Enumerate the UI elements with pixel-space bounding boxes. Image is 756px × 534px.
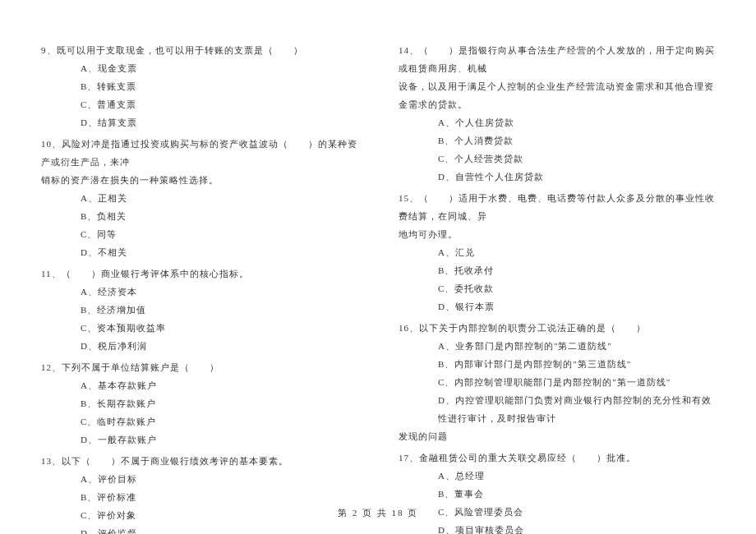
option-a: A、个人住房贷款: [399, 113, 715, 131]
option-a: A、现金支票: [41, 59, 357, 77]
option-a: A、评价目标: [41, 470, 357, 488]
question-17: 17、金融租赁公司的重大关联交易应经（ ）批准。 A、总经理 B、董事会 C、风…: [399, 449, 715, 534]
option-a: A、业务部门是内部控制的"第二道防线": [399, 337, 715, 355]
option-d: D、一般存款账户: [41, 430, 357, 449]
question-stem: 16、以下关于内部控制的职责分工说法正确的是（ ）: [399, 319, 715, 337]
option-c: C、临时存款账户: [41, 412, 357, 430]
option-d: D、评价监督: [41, 524, 357, 534]
question-stem: 10、风险对冲是指通过投资或购买与标的资产收益波动（ ）的某种资产或衍生产品，来…: [41, 135, 357, 171]
document-content: 9、既可以用于支取现金，也可以用于转账的支票是（ ） A、现金支票 B、转账支票…: [41, 41, 715, 534]
option-c: C、内部控制管理职能部门是内部控制的"第一道防线": [399, 373, 715, 391]
option-d: D、内控管理职能部门负责对商业银行内部控制的充分性和有效性进行审计，及时报告审计: [399, 391, 715, 427]
option-c: C、同等: [41, 225, 357, 243]
option-a: A、基本存款账户: [41, 376, 357, 394]
option-d: D、自营性个人住房贷款: [399, 168, 715, 186]
left-column: 9、既可以用于支取现金，也可以用于转账的支票是（ ） A、现金支票 B、转账支票…: [41, 41, 357, 534]
right-column: 14、（ ）是指银行向从事合法生产经营的个人发放的，用于定向购买或租赁商用房、机…: [399, 41, 715, 534]
option-b: B、长期存款账户: [41, 394, 357, 412]
question-9: 9、既可以用于支取现金，也可以用于转账的支票是（ ） A、现金支票 B、转账支票…: [41, 41, 357, 131]
question-14: 14、（ ）是指银行向从事合法生产经营的个人发放的，用于定向购买或租赁商用房、机…: [399, 41, 715, 186]
option-c: C、个人经营类贷款: [399, 150, 715, 168]
option-b: B、经济增加值: [41, 301, 357, 319]
option-b: B、个人消费贷款: [399, 131, 715, 150]
question-16: 16、以下关于内部控制的职责分工说法正确的是（ ） A、业务部门是内部控制的"第…: [399, 319, 715, 445]
question-stem-cont: 地均可办理。: [399, 225, 715, 243]
option-c: C、普通支票: [41, 95, 357, 113]
option-d: D、银行本票: [399, 297, 715, 315]
option-b: B、转账支票: [41, 77, 357, 95]
question-stem: 12、下列不属于单位结算账户是（ ）: [41, 358, 357, 376]
option-a: A、汇兑: [399, 243, 715, 261]
question-stem: 17、金融租赁公司的重大关联交易应经（ ）批准。: [399, 449, 715, 467]
option-d: D、税后净利润: [41, 337, 357, 355]
question-10: 10、风险对冲是指通过投资或购买与标的资产收益波动（ ）的某种资产或衍生产品，来…: [41, 135, 357, 261]
option-b: B、负相关: [41, 207, 357, 225]
question-stem-cont: 销标的资产潜在损失的一种策略性选择。: [41, 171, 357, 189]
option-b: B、董事会: [399, 485, 715, 503]
option-b: B、内部审计部门是内部控制的"第三道防线": [399, 355, 715, 373]
question-stem: 15、（ ）适用于水费、电费、电话费等付款人众多及分散的事业性收费结算，在同城、…: [399, 189, 715, 225]
question-11: 11、（ ）商业银行考评体系中的核心指标。 A、经济资本 B、经济增加值 C、资…: [41, 265, 357, 355]
question-stem: 13、以下（ ）不属于商业银行绩效考评的基本要素。: [41, 452, 357, 470]
question-stem: 11、（ ）商业银行考评体系中的核心指标。: [41, 265, 357, 283]
question-12: 12、下列不属于单位结算账户是（ ） A、基本存款账户 B、长期存款账户 C、临…: [41, 358, 357, 449]
page-footer: 第 2 页 共 18 页: [0, 507, 756, 519]
option-c: C、委托收款: [399, 279, 715, 297]
option-a: A、经济资本: [41, 283, 357, 301]
option-a: A、总经理: [399, 467, 715, 485]
option-b: B、评价标准: [41, 488, 357, 506]
option-d-cont: 发现的问题: [399, 427, 715, 445]
option-d: D、结算支票: [41, 113, 357, 131]
option-d: D、项目审核委员会: [399, 521, 715, 534]
question-15: 15、（ ）适用于水费、电费、电话费等付款人众多及分散的事业性收费结算，在同城、…: [399, 189, 715, 315]
question-stem-cont: 设备，以及用于满足个人控制的企业生产经营流动资金需求和其他合理资金需求的贷款。: [399, 77, 715, 113]
option-b: B、托收承付: [399, 261, 715, 279]
question-stem: 14、（ ）是指银行向从事合法生产经营的个人发放的，用于定向购买或租赁商用房、机…: [399, 41, 715, 77]
question-13: 13、以下（ ）不属于商业银行绩效考评的基本要素。 A、评价目标 B、评价标准 …: [41, 452, 357, 534]
option-c: C、资本预期收益率: [41, 319, 357, 337]
option-d: D、不相关: [41, 243, 357, 261]
option-a: A、正相关: [41, 189, 357, 207]
question-stem: 9、既可以用于支取现金，也可以用于转账的支票是（ ）: [41, 41, 357, 59]
